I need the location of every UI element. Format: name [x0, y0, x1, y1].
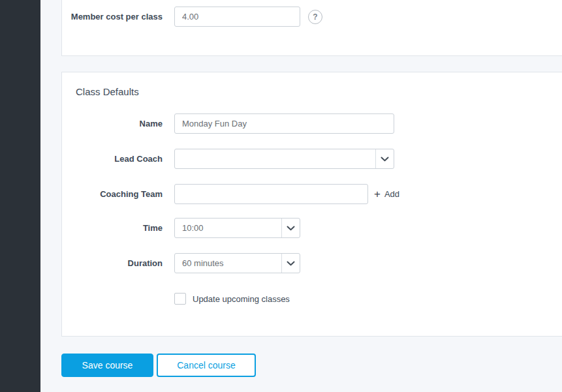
help-icon[interactable]: ?	[308, 10, 322, 24]
coaching-team-label: Coaching Team	[62, 189, 174, 199]
time-row: Time 10:00	[62, 218, 300, 238]
chevron-down-icon	[281, 219, 300, 237]
duration-row: Duration 60 minutes	[62, 253, 300, 273]
class-defaults-card: Class Defaults Name Lead Coach Coaching …	[61, 72, 562, 337]
time-label: Time	[62, 223, 174, 233]
name-input[interactable]	[174, 113, 394, 134]
update-upcoming-row: Update upcoming classes	[174, 293, 290, 305]
update-upcoming-label: Update upcoming classes	[193, 294, 290, 304]
time-value: 10:00	[175, 223, 281, 233]
class-defaults-heading: Class Defaults	[76, 86, 139, 97]
course-edit-page: Member cost per class ? Class Defaults N…	[0, 0, 562, 392]
coaching-team-row: Coaching Team + Add	[62, 184, 399, 204]
member-cost-label: Member cost per class	[62, 12, 174, 22]
member-cost-input[interactable]	[174, 7, 300, 27]
duration-label: Duration	[62, 258, 174, 268]
cancel-course-button[interactable]: Cancel course	[157, 354, 256, 377]
add-coach-button[interactable]: + Add	[374, 188, 399, 200]
duration-select[interactable]: 60 minutes	[174, 253, 300, 273]
duration-value: 60 minutes	[175, 258, 281, 268]
chevron-down-icon	[281, 254, 300, 273]
lead-coach-row: Lead Coach	[62, 149, 394, 169]
coaching-team-input[interactable]	[174, 184, 368, 204]
name-row: Name	[62, 113, 394, 134]
name-label: Name	[62, 119, 174, 128]
chevron-down-icon	[375, 149, 394, 168]
add-coach-label: Add	[384, 189, 399, 199]
lead-coach-select[interactable]	[174, 149, 394, 169]
lead-coach-label: Lead Coach	[62, 154, 174, 164]
save-course-button[interactable]: Save course	[61, 354, 153, 377]
plus-icon: +	[374, 188, 381, 200]
time-select[interactable]: 10:00	[174, 218, 300, 238]
update-upcoming-checkbox[interactable]	[174, 293, 186, 305]
pricing-card: Member cost per class ?	[61, 0, 562, 56]
member-cost-row: Member cost per class	[62, 7, 300, 27]
sidebar	[0, 0, 40, 392]
